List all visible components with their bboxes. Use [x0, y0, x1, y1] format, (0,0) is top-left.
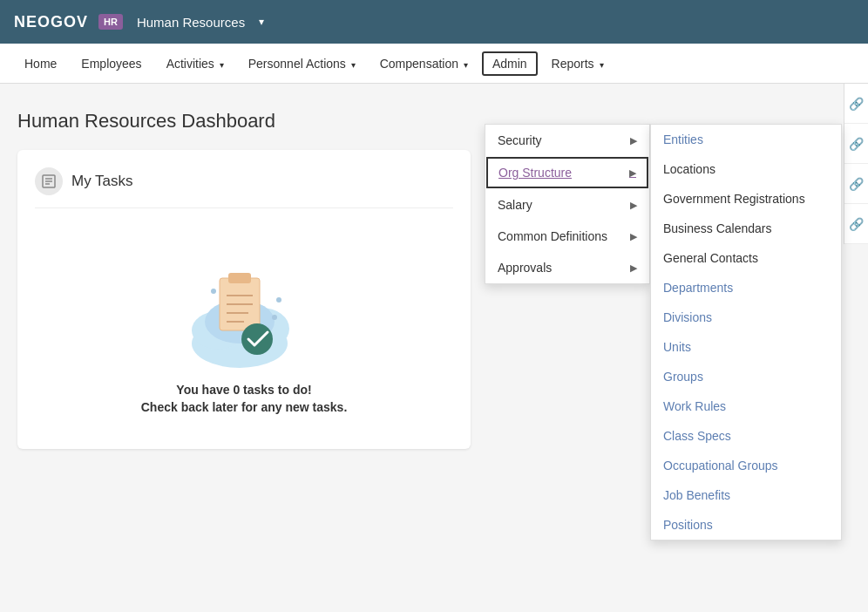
org-submenu-entities[interactable]: Entities [651, 125, 841, 154]
admin-dropdown: Security ▶ Org Structure ▶ Salary ▶ Comm… [485, 124, 650, 284]
chevron-right-icon: ▶ [630, 231, 637, 242]
tasks-empty-sub: Check back later for any new tasks. [141, 400, 348, 414]
nav-item-personnel-actions[interactable]: Personnel Actions ▾ [238, 51, 366, 76]
org-submenu-occupational-groups[interactable]: Occupational Groups [651, 451, 841, 480]
org-submenu: Entities Locations Government Registrati… [650, 124, 842, 541]
tasks-title: My Tasks [71, 173, 133, 190]
nav-item-employees[interactable]: Employees [71, 51, 152, 76]
quick-links-panel: 🔗 🔗 🔗 🔗 [844, 84, 868, 244]
logo: NEOGOV [14, 13, 88, 31]
nav-item-reports[interactable]: Reports ▾ [541, 51, 614, 76]
app-title: Human Resources [137, 15, 245, 30]
app-dropdown-arrow[interactable]: ▾ [259, 16, 264, 28]
chevron-right-icon: ▶ [630, 262, 637, 274]
org-submenu-government-registrations[interactable]: Government Registrations [651, 184, 841, 214]
org-submenu-class-specs[interactable]: Class Specs [651, 421, 841, 451]
tasks-icon [35, 167, 63, 195]
org-submenu-locations[interactable]: Locations [651, 154, 841, 184]
nav-item-home[interactable]: Home [14, 51, 67, 76]
tasks-illustration: You have 0 tasks to do! Check back later… [35, 226, 453, 432]
admin-menu-salary[interactable]: Salary ▶ [485, 189, 649, 221]
org-submenu-units[interactable]: Units [651, 332, 841, 362]
top-bar: NEOGOV HR Human Resources ▾ [0, 0, 868, 44]
org-submenu-work-rules[interactable]: Work Rules [651, 391, 841, 421]
svg-point-15 [211, 289, 216, 294]
nav-item-activities[interactable]: Activities ▾ [156, 51, 234, 76]
quick-link-3[interactable]: 🔗 [844, 164, 868, 204]
svg-rect-9 [228, 273, 251, 283]
admin-menu-approvals[interactable]: Approvals ▶ [485, 252, 649, 283]
main-nav: Home Employees Activities ▾ Personnel Ac… [0, 44, 868, 84]
chevron-right-icon: ▶ [630, 135, 637, 146]
nav-item-admin[interactable]: Admin [482, 51, 538, 76]
page-content: Human Resources Dashboard My Tasks [0, 84, 868, 612]
svg-point-14 [241, 323, 273, 355]
tasks-empty-illustration [174, 252, 314, 374]
tasks-empty-text: You have 0 tasks to do! [176, 383, 311, 397]
org-submenu-positions[interactable]: Positions [651, 510, 841, 540]
org-submenu-general-contacts[interactable]: General Contacts [651, 243, 841, 273]
org-submenu-departments[interactable]: Departments [651, 273, 841, 303]
admin-menu-org-structure[interactable]: Org Structure ▶ [486, 157, 648, 188]
hr-badge: HR [98, 14, 123, 30]
nav-item-compensation[interactable]: Compensation ▾ [370, 51, 478, 76]
quick-link-4[interactable]: 🔗 [844, 204, 868, 244]
admin-menu-common-definitions[interactable]: Common Definitions ▶ [485, 221, 649, 252]
tasks-card: My Tasks [17, 150, 471, 449]
chevron-right-icon: ▶ [629, 167, 636, 179]
quick-link-1[interactable]: 🔗 [844, 84, 868, 124]
org-submenu-business-calendars[interactable]: Business Calendars [651, 214, 841, 243]
org-submenu-groups[interactable]: Groups [651, 362, 841, 391]
svg-point-16 [276, 297, 281, 303]
org-submenu-job-benefits[interactable]: Job Benefits [651, 480, 841, 510]
chevron-right-icon: ▶ [630, 200, 637, 211]
admin-menu-security[interactable]: Security ▶ [485, 125, 649, 156]
quick-link-2[interactable]: 🔗 [844, 124, 868, 164]
tasks-header: My Tasks [35, 167, 453, 208]
org-submenu-divisions[interactable]: Divisions [651, 303, 841, 332]
svg-point-17 [272, 315, 277, 320]
